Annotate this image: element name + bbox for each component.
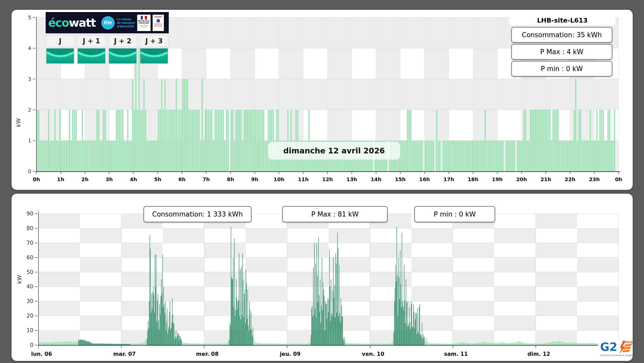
svg-text:23h: 23h [589, 176, 600, 182]
svg-text:jeu. 09: jeu. 09 [280, 351, 301, 357]
svg-text:80: 80 [26, 225, 33, 231]
day-button-j2[interactable]: J + 2 [108, 35, 137, 64]
ecowatt-brand-bar: écowatt Rte Le réseau de transport d'éle… [46, 12, 169, 33]
date-label: dimanche 12 avril 2026 [268, 142, 400, 160]
ademe-globe-icon [156, 19, 160, 23]
weekly-pmin-stat: P min : 0 kW [414, 206, 495, 222]
svg-text:sam. 11: sam. 11 [444, 351, 468, 357]
day-button-j1[interactable]: J + 1 [77, 35, 106, 64]
day-button-j2-label[interactable]: J + 2 [108, 35, 137, 47]
ecowatt-gauge-j3-icon[interactable] [140, 48, 169, 64]
day-button-j3-label[interactable]: J + 3 [140, 35, 169, 47]
svg-text:15h: 15h [395, 176, 406, 182]
svg-text:2: 2 [28, 107, 31, 113]
ecowatt-gauge-j-icon[interactable] [46, 48, 75, 64]
svg-text:20h: 20h [516, 176, 527, 182]
weekly-consumption-stat: Consommation: 1 333 kWh [143, 206, 252, 222]
svg-text:mar. 07: mar. 07 [113, 351, 136, 357]
weekly-chart-panel: 0102030405060708090lun. 06mar. 07mer. 08… [12, 194, 633, 361]
republique-francaise-logo: RÉPUBLIQUEFRANÇAISE Liberté Égalité Frat… [137, 15, 151, 31]
svg-text:3h: 3h [106, 176, 113, 182]
day-button-j[interactable]: J [46, 35, 75, 64]
svg-text:60: 60 [26, 254, 33, 261]
svg-text:8h: 8h [227, 176, 234, 182]
rte-tagline: Le réseau de transport d'électricité [117, 17, 135, 28]
daily-pmin-stat: P min : 0 kW [511, 61, 612, 77]
svg-text:11h: 11h [298, 176, 309, 182]
svg-text:kW: kW [16, 275, 23, 284]
ecowatt-watt-text: watt [69, 16, 95, 29]
day-button-j1-label[interactable]: J + 1 [77, 35, 106, 47]
svg-text:2h: 2h [81, 176, 88, 182]
daily-pmax-stat: P Max : 4 kW [511, 44, 612, 60]
ecowatt-gauge-j2-icon[interactable] [108, 48, 137, 64]
svg-text:22h: 22h [565, 176, 576, 182]
svg-text:0h: 0h [615, 176, 622, 182]
svg-text:40: 40 [26, 283, 33, 290]
svg-text:mer. 08: mer. 08 [196, 351, 219, 357]
svg-text:0: 0 [30, 342, 33, 348]
svg-text:lun. 06: lun. 06 [31, 351, 52, 357]
svg-text:4h: 4h [130, 176, 137, 182]
g2e-tagline: Optimisation des ressources énergétiques [600, 354, 633, 356]
ademe-logo: ADEME AGENCE DE LA TRANSITION ÉCOLOGIQUE [153, 15, 164, 31]
svg-text:5h: 5h [154, 176, 161, 182]
rte-logo-icon: Rte [101, 16, 115, 30]
svg-text:21h: 21h [540, 176, 551, 182]
svg-text:12h: 12h [322, 176, 333, 182]
g2e-logo: G2 FRANCE Optimisation des ressources én… [598, 340, 633, 360]
svg-text:ven. 10: ven. 10 [362, 351, 384, 357]
svg-text:0: 0 [28, 168, 31, 174]
svg-text:4: 4 [28, 45, 31, 51]
svg-text:3: 3 [28, 76, 31, 82]
svg-text:dim. 12: dim. 12 [528, 351, 550, 357]
day-button-j-label[interactable]: J [46, 35, 75, 47]
svg-text:70: 70 [26, 240, 33, 246]
svg-text:5: 5 [28, 14, 31, 21]
svg-text:10h: 10h [274, 176, 284, 182]
svg-text:90: 90 [26, 211, 33, 217]
g2e-france-text: FRANCE [623, 340, 633, 344]
svg-text:kW: kW [15, 118, 22, 127]
svg-text:30: 30 [26, 298, 33, 304]
svg-text:13h: 13h [346, 176, 357, 182]
weekly-pmax-stat: P Max : 81 kW [282, 206, 388, 222]
svg-text:10: 10 [26, 327, 33, 333]
ecowatt-gauge-j1-icon[interactable] [77, 48, 106, 64]
svg-text:17h: 17h [443, 176, 454, 182]
svg-text:9h: 9h [251, 176, 258, 182]
french-flag-icon [141, 16, 147, 19]
svg-text:1h: 1h [57, 176, 64, 182]
svg-text:7h: 7h [203, 176, 210, 182]
svg-text:18h: 18h [468, 176, 478, 182]
g2e-g2-text: G2 [600, 341, 617, 353]
day-button-j3[interactable]: J + 3 [140, 35, 169, 64]
daily-consumption-stat: Consommation: 35 kWh [511, 27, 612, 43]
svg-text:1: 1 [28, 138, 31, 144]
svg-text:0h: 0h [33, 176, 40, 182]
daily-chart-panel: 0123450h1h2h3h4h5h6h7h8h9h10h11h12h13h14… [12, 10, 633, 190]
ecowatt-logo: écowatt [48, 16, 96, 29]
svg-text:16h: 16h [419, 176, 430, 182]
ecowatt-eco-text: éco [48, 16, 69, 29]
site-name: LHB-site-L613 [509, 15, 616, 25]
dashboard: 0123450h1h2h3h4h5h6h7h8h9h10h11h12h13h14… [0, 0, 644, 363]
svg-text:14h: 14h [371, 176, 381, 182]
svg-text:20: 20 [26, 313, 33, 319]
svg-text:50: 50 [26, 269, 33, 275]
svg-text:6h: 6h [178, 176, 185, 182]
svg-text:19h: 19h [492, 176, 503, 182]
